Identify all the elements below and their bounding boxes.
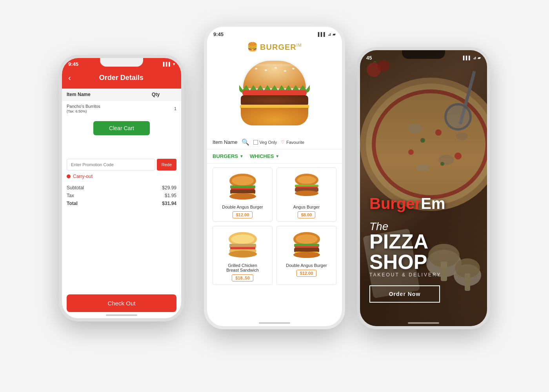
promo-section: Rede [67,159,176,171]
menu-item-price-3: $18..50 [232,274,253,281]
table-row: Pancho's Burritos(Tax: 6.50%) 1 [62,101,181,117]
veg-only-checkbox[interactable] [253,140,258,145]
heart-icon: ♡ [281,140,285,145]
seed-4 [284,70,286,72]
tab-whiches[interactable]: WHICHES ▼ [250,153,279,159]
tax-row: Tax $1.95 [67,192,176,200]
battery-icon-center: ▰ [333,32,336,36]
sesame-seeds [243,65,306,80]
phone-right: 45 ▌▌▌ ⊿ ▰ BurgerEm The PIZZA SHOP TAKEO… [357,47,490,329]
chevron-down-icon-burgers: ▼ [240,154,244,158]
carry-out-label: Carry-out [73,174,93,179]
total-label: Total [67,201,78,206]
time-left: 9:45 [68,61,78,67]
signal-icon-center: ▌▌▌ [318,32,326,36]
total-row: Total $31.94 [67,200,176,207]
seed-3 [274,67,277,69]
burgerim-logo: 🍔 BURGERIM [213,42,336,52]
menu-item-4[interactable]: Double Angus Burger $12.00 [276,226,336,285]
menu-item-3[interactable]: Grilled ChickenBreast Sandwich $18..50 [213,226,273,285]
burgerem-white-text: Em [421,195,445,212]
chicken-img-3 [227,231,258,259]
item-qty-cell: 1 [147,101,181,117]
menu-item-img-2 [280,171,333,202]
wifi-icon-center: ⊿ [328,32,331,36]
time-right: 45 [366,55,372,61]
carry-out-section: Carry-out [67,174,176,179]
bun-top [243,61,306,88]
brand-name: BURGERIM [260,43,302,51]
menu-item-price-1: $12.00 [233,211,253,218]
notch-right [402,50,445,59]
signal-icon: ▌▌▌ [163,62,171,66]
col-qty: Qty [147,89,181,101]
burgerim-header: 🍔 BURGERIM [207,39,342,57]
tax-label: Tax [67,193,74,198]
notch-left [100,58,143,67]
svg-point-20 [296,234,318,244]
chevron-down-icon-whiches: ▼ [275,154,279,158]
phones-container: 9:45 ▌▌▌ ▾ ‹ Order Details Item Name Qty… [59,24,490,368]
col-item-name: Item Name [62,89,147,101]
menu-item-price-4: $12.00 [296,270,317,277]
burgerem-red-text: Burger [369,195,421,212]
order-table: Item Name Qty Pancho's Burritos(Tax: 6.5… [62,89,181,116]
item-name-cell: Pancho's Burritos(Tax: 6.50%) [62,101,147,117]
burger-logo-icon: 🍔 [247,42,258,52]
search-icon[interactable]: 🔍 [242,138,249,146]
burgerem-brand: BurgerEm [369,195,478,212]
wifi-icon: ▾ [173,62,175,66]
tab-burgers[interactable]: BURGERS ▼ [213,153,244,159]
carry-out-radio[interactable] [67,174,71,178]
burger-img-1 [227,173,258,200]
veg-only-filter: Veg Only [253,140,277,145]
notch-center [253,27,296,35]
seed-1 [255,68,257,69]
menu-grid: Double Angus Burger $12.00 Angus Burger [207,163,342,289]
svg-point-8 [297,176,316,184]
wifi-icon-right: ⊿ [473,56,476,60]
menu-item-name-4: Double Angus Burger [280,263,333,268]
battery-icon-right: ▰ [478,56,481,60]
order-now-button[interactable]: Order Now [369,285,440,303]
pizza-shop-title: PIZZA SHOP [369,231,478,272]
menu-item-name-2: Angus Burger [280,205,333,209]
home-indicator-center [259,322,290,324]
menu-item-2[interactable]: Angus Burger $8.00 [276,167,336,222]
menu-item-img-1 [216,171,269,202]
menu-item-1[interactable]: Double Angus Burger $12.00 [213,167,273,222]
bun-bottom [241,108,308,125]
checkout-button[interactable]: Check Out [67,294,176,312]
seed-2 [265,69,267,71]
tomato [242,90,307,96]
category-tabs: BURGERS ▼ WHICHES ▼ [207,149,342,163]
order-details-title: Order Details [76,74,175,82]
signal-icon-right: ▌▌▌ [463,56,471,60]
home-indicator-left [106,314,137,316]
tax-value: $1.95 [165,193,176,198]
menu-item-price-2: $8.00 [298,211,316,218]
clear-cart-button[interactable]: Clear Cart [93,121,150,135]
veg-only-label: Veg Only [260,140,277,145]
promo-input[interactable] [67,159,155,171]
menu-item-name-1: Double Angus Burger [216,205,269,209]
seed-5 [292,68,294,69]
redeem-button[interactable]: Rede [157,159,176,171]
total-value: $31.94 [162,201,176,206]
svg-point-6 [229,193,256,200]
menu-item-img-3 [216,229,269,261]
takeout-delivery-label: TAKEOUT & DELIVERY [369,272,478,278]
favourite-filter[interactable]: ♡ Favourite [281,140,304,145]
status-icons-right: ▌▌▌ ⊿ ▰ [463,56,481,60]
subtotal-row: Subtotal $29.99 [67,184,176,192]
brand-suffix: IM [296,43,302,47]
home-indicator-right [408,322,439,324]
menu-item-img-4 [280,229,333,261]
hero-burger [207,57,342,135]
subtotal-label: Subtotal [67,185,84,191]
subtotal-value: $29.99 [162,185,176,191]
time-center: 9:45 [213,31,224,37]
burger-img-2 [291,173,322,200]
back-button[interactable]: ‹ [68,73,71,82]
favourite-label: Favourite [286,140,304,145]
